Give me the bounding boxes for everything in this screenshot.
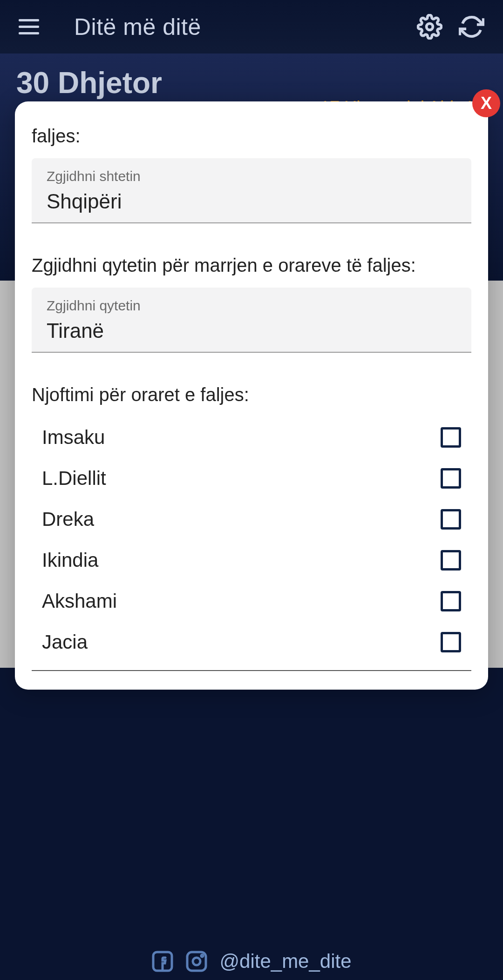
prayer-label: Imsaku xyxy=(42,426,105,449)
prayer-row-ldiellit: L.Diellit xyxy=(32,458,471,499)
city-select-value: Tiranë xyxy=(47,319,456,342)
notification-heading: Njoftimi për oraret e faljes: xyxy=(32,383,471,407)
prayer-label: Ikindia xyxy=(42,549,98,571)
prayer-checkbox-ldiellit[interactable] xyxy=(441,468,461,489)
prayer-row-akshami: Akshami xyxy=(32,581,471,622)
country-select-value: Shqipëri xyxy=(47,190,456,213)
prayer-checkbox-imsaku[interactable] xyxy=(441,427,461,448)
close-button[interactable]: X xyxy=(472,89,500,117)
prayer-checkbox-akshami[interactable] xyxy=(441,591,461,611)
country-prompt: faljes: xyxy=(32,124,471,148)
city-select[interactable]: Zgjidhni qytetin Tiranë xyxy=(32,288,471,353)
prayer-label: L.Diellit xyxy=(42,467,106,490)
prayer-checkbox-dreka[interactable] xyxy=(441,509,461,530)
notification-list: Imsaku L.Diellit Dreka Ikindia Akshami J… xyxy=(32,417,471,671)
city-prompt: Zgjidhni qytetin për marrjen e orareve t… xyxy=(32,253,471,277)
country-select-label: Zgjidhni shtetin xyxy=(47,168,456,184)
prayer-label: Jacia xyxy=(42,631,88,653)
prayer-checkbox-ikindia[interactable] xyxy=(441,550,461,571)
prayer-row-ikindia: Ikindia xyxy=(32,540,471,581)
city-select-label: Zgjidhni qytetin xyxy=(47,298,456,314)
prayer-label: Dreka xyxy=(42,508,94,530)
prayer-label: Akshami xyxy=(42,590,117,612)
prayer-row-jacia: Jacia xyxy=(32,622,471,663)
modal-overlay: X faljes: Zgjidhni shtetin Shqipëri Zgji… xyxy=(0,0,503,980)
country-select[interactable]: Zgjidhni shtetin Shqipëri xyxy=(32,158,471,223)
prayer-row-imsaku: Imsaku xyxy=(32,417,471,458)
prayer-row-dreka: Dreka xyxy=(32,499,471,540)
prayer-checkbox-jacia[interactable] xyxy=(441,632,461,652)
settings-modal: X faljes: Zgjidhni shtetin Shqipëri Zgji… xyxy=(15,101,488,690)
